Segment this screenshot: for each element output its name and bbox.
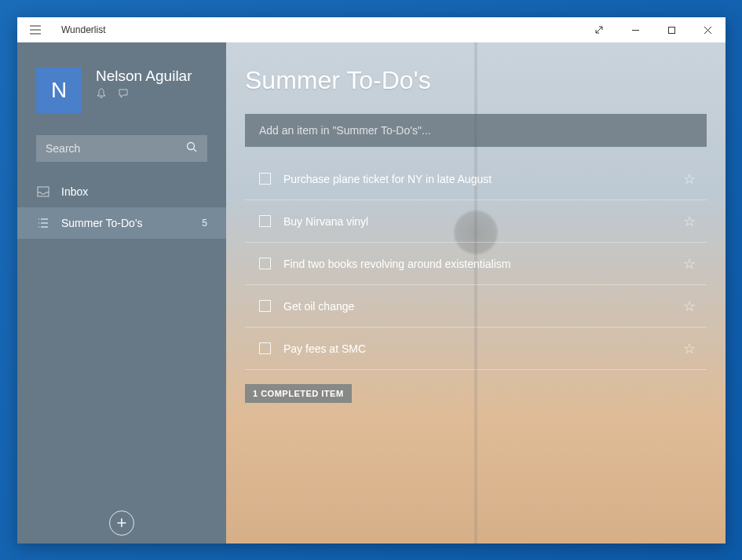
checkbox-icon[interactable] [259, 173, 271, 185]
user-name: Nelson Aguilar [96, 68, 192, 85]
task-row[interactable]: Get oil change ☆ [245, 285, 707, 328]
task-label: Buy Nirvana vinyl [283, 215, 677, 228]
task-list: Purchase plane ticket for NY in late Aug… [245, 158, 707, 370]
svg-rect-0 [668, 27, 674, 33]
star-icon[interactable]: ☆ [677, 210, 702, 233]
star-icon[interactable]: ☆ [677, 337, 702, 361]
task-label: Pay fees at SMC [283, 342, 677, 355]
add-item-box[interactable] [245, 114, 707, 147]
close-button[interactable] [689, 17, 726, 42]
list-icon [36, 218, 50, 229]
plus-icon: + [109, 511, 134, 536]
sidebar-item-inbox[interactable]: Inbox [17, 176, 226, 207]
app-window: Wunderlist N Nelson Aguilar [17, 17, 726, 544]
bell-icon[interactable] [96, 88, 107, 102]
star-icon[interactable]: ☆ [677, 295, 702, 318]
profile-section: N Nelson Aguilar [17, 42, 226, 127]
completed-items-toggle[interactable]: 1 COMPLETED ITEM [245, 384, 352, 403]
add-item-input[interactable] [259, 124, 693, 137]
title-bar: Wunderlist [17, 17, 726, 42]
add-list-button[interactable]: + [17, 503, 226, 544]
sidebar-lists: Inbox Summer To-Do's 5 [17, 176, 226, 503]
app-title: Wunderlist [61, 24, 105, 35]
sidebar-item-summer-todos[interactable]: Summer To-Do's 5 [17, 207, 226, 239]
checkbox-icon[interactable] [259, 300, 271, 312]
sidebar-item-label: Inbox [61, 185, 207, 198]
main-area: Summer To-Do's Purchase plane ticket for… [226, 42, 726, 544]
chat-icon[interactable] [118, 88, 129, 102]
checkbox-icon[interactable] [259, 342, 271, 354]
hamburger-menu-button[interactable] [17, 17, 53, 42]
task-row[interactable]: Buy Nirvana vinyl ☆ [245, 200, 707, 243]
sidebar: N Nelson Aguilar [17, 42, 226, 544]
minimize-button[interactable] [617, 17, 653, 42]
checkbox-icon[interactable] [259, 215, 271, 227]
search-box[interactable] [36, 135, 207, 162]
task-label: Purchase plane ticket for NY in late Aug… [283, 173, 677, 185]
avatar[interactable]: N [36, 68, 82, 113]
svg-rect-2 [38, 187, 49, 196]
maximize-button[interactable] [653, 17, 689, 42]
svg-point-1 [188, 142, 195, 149]
expand-icon[interactable] [581, 17, 617, 42]
task-row[interactable]: Find two books revolving around existent… [245, 243, 707, 285]
star-icon[interactable]: ☆ [677, 167, 702, 191]
task-label: Get oil change [283, 300, 677, 313]
sidebar-item-label: Summer To-Do's [61, 217, 202, 229]
task-label: Find two books revolving around existent… [283, 258, 677, 270]
sidebar-item-count: 5 [202, 218, 207, 229]
inbox-icon [36, 186, 50, 197]
task-row[interactable]: Purchase plane ticket for NY in late Aug… [245, 158, 707, 200]
star-icon[interactable]: ☆ [677, 252, 702, 276]
checkbox-icon[interactable] [259, 258, 271, 269]
list-title: Summer To-Do's [245, 66, 707, 95]
task-row[interactable]: Pay fees at SMC ☆ [245, 328, 707, 370]
search-icon[interactable] [186, 141, 198, 156]
search-input[interactable] [46, 142, 186, 155]
window-controls [581, 17, 726, 42]
